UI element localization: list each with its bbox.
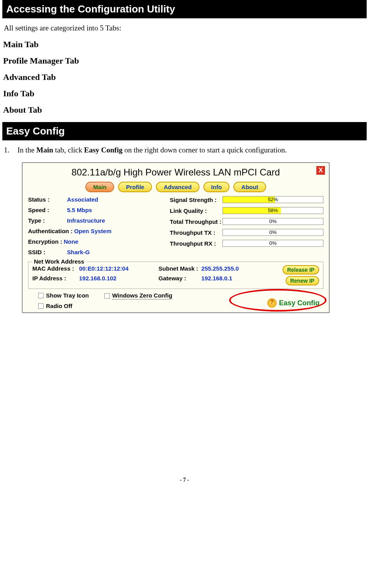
mac-address-label: MAC Address : (32, 265, 79, 272)
checkbox-icon (38, 293, 44, 298)
subnet-mask-label: Subnet Mask : (159, 265, 201, 272)
type-label: Type : (28, 217, 67, 224)
ssid-value: Shark-G (67, 249, 90, 255)
instruction-bold-easy-config: Easy Config (84, 146, 123, 154)
throughput-tx-bar: 0% (222, 229, 323, 236)
tab-profile[interactable]: Profile (118, 182, 152, 192)
speed-value: 5.5 Mbps (67, 207, 92, 213)
instruction-number: 1. (4, 146, 16, 154)
type-value: Infrastructure (67, 217, 105, 224)
window-title: 802.11a/b/g High Power Wireless LAN mPCI… (23, 163, 329, 180)
show-tray-icon-label: Show Tray Icon (46, 292, 89, 299)
tab-list-info: Info Tab (3, 89, 366, 99)
radio-off-checkbox[interactable]: Radio Off (38, 303, 89, 309)
tab-info[interactable]: Info (203, 182, 230, 192)
instruction-text-post: on the right down corner to start a quic… (122, 146, 287, 154)
lightbulb-question-icon (267, 298, 277, 308)
windows-zero-config-label: Windows Zero Config (112, 292, 172, 299)
window-title-text: 802.11a/b/g High Power Wireless LAN mPCI… (72, 167, 280, 177)
instruction-bold-main: Main (36, 146, 53, 154)
intro-text: All settings are categorized into 5 Tabs… (4, 24, 366, 32)
mac-address-value: 00:E0:12:12:12:04 (79, 265, 129, 272)
status-value: Associated (67, 196, 98, 203)
authentication-value: Open System (74, 228, 111, 234)
encryption-label: Encryption : (28, 238, 62, 245)
show-tray-icon-checkbox[interactable]: Show Tray Icon (38, 292, 89, 299)
release-ip-button[interactable]: Release IP (282, 265, 319, 275)
tab-list-profile-manager: Profile Manager Tab (3, 56, 366, 66)
easy-config-button[interactable]: Easy Config (264, 297, 323, 309)
speed-label: Speed : (28, 207, 67, 213)
encryption-value: None (64, 238, 79, 245)
signal-strength-value: 52% (268, 197, 278, 202)
throughput-rx-value: 0% (269, 240, 277, 246)
instruction-step-1: 1. In the Main tab, click Easy Config on… (4, 146, 366, 154)
tab-main[interactable]: Main (85, 182, 114, 192)
status-label: Status : (28, 196, 67, 203)
instruction-text-mid: tab, click (53, 146, 84, 154)
ip-address-label: IP Address : (32, 275, 79, 282)
checkbox-icon (38, 303, 44, 309)
total-throughput-bar: 0% (222, 218, 323, 225)
checkbox-icon (104, 293, 110, 299)
tab-list-advanced: Advanced Tab (3, 72, 366, 82)
total-throughput-value: 0% (269, 218, 277, 224)
nav-tabs: Main Profile Advanced Info About (23, 182, 329, 192)
authentication-label: Authentication : (28, 228, 72, 234)
tab-advanced[interactable]: Advanced (156, 182, 200, 192)
tab-list-about: About Tab (3, 105, 366, 115)
signal-strength-label: Signal Strength : (170, 197, 222, 203)
radio-off-label: Radio Off (46, 303, 72, 309)
throughput-rx-bar: 0% (222, 240, 323, 247)
tab-about[interactable]: About (233, 182, 266, 192)
total-throughput-label: Total Throughput : (170, 218, 222, 225)
close-icon[interactable]: X (316, 166, 325, 175)
section-heading-easy-config: Easy Config (2, 122, 367, 140)
subnet-mask-value: 255.255.255.0 (201, 265, 239, 272)
instruction-text-pre: In the (18, 146, 37, 154)
ip-address-value: 192.168.0.102 (79, 275, 117, 282)
page-number: - 7 - (0, 477, 369, 488)
config-utility-window: 802.11a/b/g High Power Wireless LAN mPCI… (22, 162, 330, 313)
signal-strength-bar: 52% (222, 196, 323, 203)
network-address-group-title: Net Work Address (32, 258, 86, 265)
gateway-value: 192.168.0.1 (201, 275, 232, 282)
ssid-label: SSID : (28, 249, 67, 255)
renew-ip-button[interactable]: Renew IP (286, 276, 319, 285)
easy-config-label: Easy Config (279, 299, 320, 307)
tab-list-main: Main Tab (3, 39, 366, 50)
link-quality-bar: 58% (222, 207, 323, 214)
throughput-rx-label: Throughput RX : (170, 240, 222, 247)
throughput-tx-value: 0% (269, 229, 277, 235)
throughput-tx-label: Throughput TX : (170, 229, 222, 236)
network-address-group: Net Work Address MAC Address :00:E0:12:1… (28, 262, 323, 289)
link-quality-label: Link Quality : (170, 207, 222, 214)
section-heading-accessing: Accessing the Configuration Utility (2, 0, 367, 18)
link-quality-value: 58% (268, 207, 278, 213)
windows-zero-config-checkbox[interactable]: Windows Zero Config (104, 292, 172, 299)
gateway-label: Gateway : (159, 275, 201, 282)
